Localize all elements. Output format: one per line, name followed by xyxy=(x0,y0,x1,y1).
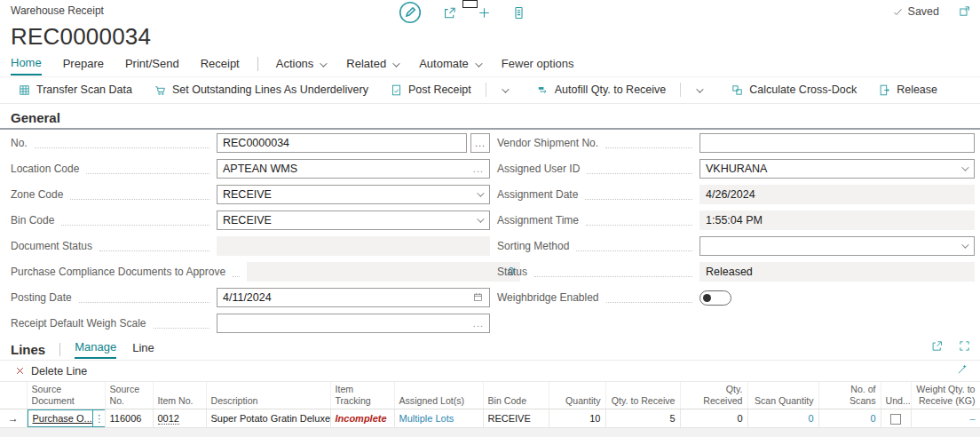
vendor-shipment-no-input[interactable] xyxy=(699,133,975,153)
column-header-bin-code[interactable]: Bin Code xyxy=(483,382,549,409)
cell-item-tracking[interactable]: Incomplete xyxy=(330,409,394,428)
lines-table-header-row: Source DocumentSource No.Item No.Descrip… xyxy=(0,382,980,409)
receipt-default-weigh-scale-input[interactable]: ... xyxy=(217,314,490,333)
set-outstanding-lines-as-underdelivery-button[interactable]: Set Outstanding Lines As Underdelivery xyxy=(146,81,375,99)
column-header-weight-qty-to-receive-kg[interactable]: Weight Qty. to Receive (KG) xyxy=(911,382,980,409)
tab-fewer-options[interactable]: Fewer options xyxy=(502,57,574,75)
location-code-input[interactable]: APTEAN WMS... xyxy=(217,159,490,179)
purchase-compliance-documents-to-approve-value[interactable]: 0 xyxy=(248,266,519,278)
ellipsis-lookup-icon[interactable]: ... xyxy=(473,318,489,329)
row-context-menu-icon[interactable]: ⋮ xyxy=(92,410,105,426)
column-header-row-selector[interactable] xyxy=(0,382,27,409)
zone-code-select[interactable]: RECEIVE xyxy=(217,185,490,204)
release-button[interactable]: Release xyxy=(871,81,944,99)
lines-title[interactable]: Lines xyxy=(11,342,45,357)
menu-tab-strip: HomePreparePrint/SendReceiptActionsRelat… xyxy=(11,55,573,76)
field-label-no: No. xyxy=(11,137,28,149)
source-document-link[interactable]: Purchase O... xyxy=(33,413,92,424)
column-header-qty-received[interactable]: Qty. Received xyxy=(680,382,747,409)
cell-qty-to-receive[interactable]: 5 xyxy=(605,409,680,428)
column-header-scan-quantity[interactable]: Scan Quantity xyxy=(747,382,818,409)
share-icon[interactable] xyxy=(930,339,944,353)
calendar-icon[interactable] xyxy=(472,291,489,305)
weight-qty-to-receive-kg-placeholder: – xyxy=(969,413,975,424)
weighbridge-enabled-toggle[interactable] xyxy=(699,290,731,306)
assignment-time-readonly: 1:55:04 PM xyxy=(699,211,975,230)
tab-related[interactable]: Related xyxy=(346,57,398,75)
expand-icon[interactable] xyxy=(958,339,971,353)
breadcrumb[interactable]: Warehouse Receipt xyxy=(11,4,104,17)
action-bar: Transfer Scan DataSet Outstanding Lines … xyxy=(11,78,969,101)
cell-bin-code[interactable]: RECEIVE xyxy=(483,409,549,428)
cell-no-of-scans[interactable]: 0 xyxy=(818,409,881,428)
column-header-qty-to-receive[interactable]: Qty. to Receive xyxy=(605,382,680,409)
sorting-method-select[interactable] xyxy=(699,236,975,256)
posting-date-input[interactable]: 4/11/2024 xyxy=(217,288,490,307)
calculate-cross-dock-button[interactable]: Calculate Cross-Dock xyxy=(723,81,864,99)
tab-print-send[interactable]: Print/Send xyxy=(125,57,179,75)
column-header-description[interactable]: Description xyxy=(206,382,330,409)
doc-check-icon xyxy=(390,83,403,97)
design-wand-icon[interactable] xyxy=(956,362,969,379)
underdelivery-checkbox[interactable] xyxy=(890,414,901,425)
item-tracking-status: Incomplete xyxy=(336,413,387,424)
field-control-posting-date: 4/11/2024 xyxy=(217,288,490,307)
field-control-purchase-compliance-documents-to-approve: 0 xyxy=(247,262,520,282)
post-receipt-button[interactable]: Post Receipt xyxy=(383,81,478,99)
delete-line-button[interactable]: Delete Line xyxy=(14,365,87,377)
share-icon[interactable] xyxy=(442,5,457,20)
chevron-down-icon[interactable] xyxy=(477,215,484,222)
dotted-leader xyxy=(61,225,209,226)
chevron-down-icon[interactable] xyxy=(961,241,968,248)
column-header-item-no[interactable]: Item No. xyxy=(153,382,206,409)
post-receipt-dropdown[interactable] xyxy=(494,81,515,99)
column-header-no-of-scans[interactable]: No. of Scans xyxy=(818,382,881,409)
autofill-qty-to-receive-dropdown[interactable] xyxy=(688,81,709,99)
cell-scan-quantity[interactable]: 0 xyxy=(747,409,818,428)
cell-assigned-lots[interactable]: Multiple Lots xyxy=(394,409,483,428)
assigned-user-id-select[interactable]: VKHURANA xyxy=(699,159,975,179)
cell-quantity[interactable]: 10 xyxy=(549,409,605,428)
no-assist-button[interactable]: ... xyxy=(470,133,490,153)
clipboard-icon[interactable] xyxy=(511,5,526,20)
general-section-heading[interactable]: General xyxy=(11,110,60,125)
grid-footer-strip xyxy=(0,427,980,437)
item-no-drill-link[interactable]: 0012 xyxy=(158,413,179,425)
assigned-lots-link[interactable]: Multiple Lots xyxy=(399,413,454,424)
tab-prepare[interactable]: Prepare xyxy=(63,57,104,75)
ellipsis-lookup-icon[interactable]: ... xyxy=(473,163,489,174)
popout-window-icon[interactable] xyxy=(958,4,971,18)
tab-receipt[interactable]: Receipt xyxy=(201,57,240,75)
lines-tab-manage[interactable]: Manage xyxy=(75,340,116,359)
tab-automate[interactable]: Automate xyxy=(419,57,480,75)
lines-tab-line[interactable]: Line xyxy=(132,341,154,358)
tab-home[interactable]: Home xyxy=(11,56,42,75)
column-header-underdelivery[interactable]: Und... xyxy=(881,382,911,409)
field-control-no: REC0000034... xyxy=(217,133,490,153)
column-header-item-tracking[interactable]: Item Tracking xyxy=(330,382,394,409)
warehouse-receipt-page: Warehouse Receipt Saved REC0000034 HomeP… xyxy=(0,0,980,437)
lines-separator xyxy=(59,343,60,356)
cell-item-no[interactable]: 0012 xyxy=(153,409,206,428)
bin-code-select[interactable]: RECEIVE xyxy=(217,211,490,230)
cell-description[interactable]: Super Potato Gratin Deluxe xyxy=(206,409,330,428)
no-of-scans-flowfield-link[interactable]: 0 xyxy=(870,413,875,424)
field-control-bin-code: RECEIVE xyxy=(217,211,490,230)
transfer-scan-data-button[interactable]: Transfer Scan Data xyxy=(11,81,139,99)
chevron-down-icon[interactable] xyxy=(961,163,968,171)
scan-quantity-flowfield-link[interactable]: 0 xyxy=(808,413,813,424)
new-plus-icon[interactable] xyxy=(477,5,492,20)
column-header-quantity[interactable]: Quantity xyxy=(549,382,605,409)
no-input[interactable]: REC0000034 xyxy=(217,133,467,153)
cell-weight-qty-to-receive-kg[interactable]: – xyxy=(911,409,980,428)
column-header-source-document[interactable]: Source Document xyxy=(27,382,105,409)
tab-actions[interactable]: Actions xyxy=(276,57,326,75)
edit-pencil-icon[interactable] xyxy=(398,0,423,25)
cell-source-no[interactable]: 116006 xyxy=(105,409,153,428)
cell-source-document: Purchase O...⋮ xyxy=(27,409,105,428)
column-header-assigned-lots[interactable]: Assigned Lot(s) xyxy=(394,382,483,409)
chevron-down-icon[interactable] xyxy=(477,189,484,196)
autofill-qty-to-receive-button[interactable]: Autofill Qty. to Receive xyxy=(529,81,674,99)
column-header-source-no[interactable]: Source No. xyxy=(105,382,153,409)
cell-qty-received[interactable]: 0 xyxy=(680,409,747,428)
